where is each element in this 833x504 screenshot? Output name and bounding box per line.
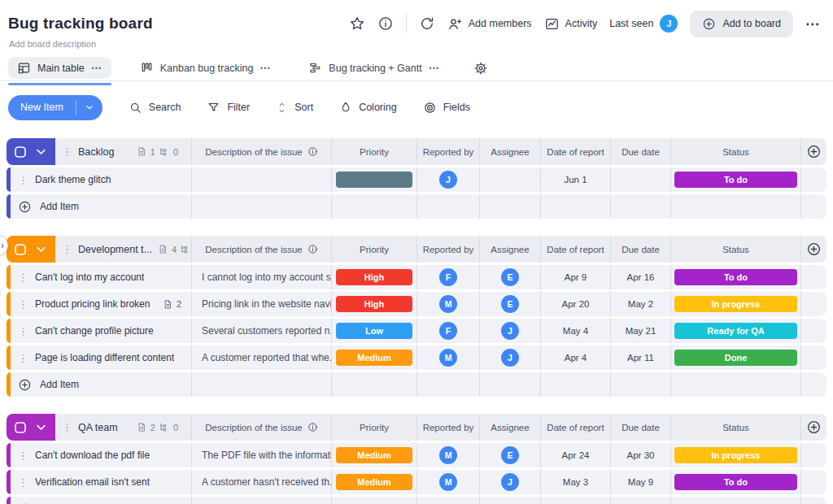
add-column-button[interactable] — [801, 138, 826, 165]
priority-label[interactable]: High — [336, 296, 412, 312]
reported-by-cell[interactable]: M — [417, 470, 480, 494]
drag-handle-icon[interactable]: ⋮ — [18, 175, 28, 185]
drag-handle-icon[interactable]: ⋮ — [18, 326, 28, 337]
due-date-cell[interactable]: May 21 — [611, 319, 671, 343]
item-description-cell[interactable] — [192, 167, 332, 192]
item-name-cell[interactable]: ⋮Dark theme glitch — [11, 167, 192, 192]
column-header-status[interactable]: Status — [671, 414, 801, 441]
assignee-cell[interactable]: J — [480, 319, 541, 343]
tab-gantt[interactable]: Bug tracking + Gantt ⋯ — [299, 57, 448, 79]
group-checkbox-icon[interactable] — [15, 244, 26, 255]
add-item-button[interactable]: Add Item — [11, 497, 192, 504]
status-label[interactable]: In progress — [674, 296, 797, 312]
column-header-due-date[interactable]: Due date — [611, 414, 671, 441]
priority-label[interactable]: Medium — [336, 447, 412, 463]
add-column-plus-icon[interactable] — [806, 419, 822, 435]
date-of-report-cell[interactable]: Apr 9 — [541, 265, 611, 289]
column-info-icon[interactable] — [307, 422, 318, 432]
due-date-cell[interactable] — [611, 167, 671, 192]
drag-handle-icon[interactable]: ⋮ — [18, 450, 28, 461]
avatar[interactable]: M — [439, 473, 457, 491]
date-of-report-cell[interactable]: Apr 4 — [541, 345, 611, 370]
date-of-report-cell[interactable]: May 4 — [541, 319, 611, 343]
priority-cell[interactable]: Medium — [332, 470, 417, 494]
priority-label[interactable] — [336, 172, 412, 188]
column-header-status[interactable]: Status — [671, 236, 801, 263]
avatar[interactable]: J — [439, 171, 457, 189]
status-label[interactable]: To do — [674, 172, 797, 188]
item-description-cell[interactable]: Pricing link in the website navi... — [192, 292, 332, 316]
avatar[interactable]: E — [501, 295, 519, 313]
group-checkbox-icon[interactable] — [15, 146, 26, 158]
priority-label[interactable]: High — [336, 269, 412, 285]
status-cell[interactable]: To do — [671, 265, 801, 289]
due-date-cell[interactable]: Apr 11 — [611, 345, 671, 370]
filter-button[interactable]: Filter — [207, 101, 250, 115]
group-name[interactable]: QA team — [78, 422, 118, 433]
add-to-board-button[interactable]: Add to board — [690, 11, 793, 37]
reported-by-cell[interactable]: M — [417, 292, 480, 316]
reported-by-cell[interactable]: M — [417, 443, 480, 467]
tab-menu-icon[interactable]: ⋯ — [259, 62, 271, 74]
favorite-star-icon[interactable] — [349, 15, 365, 32]
column-header-assignee[interactable]: Assignee — [480, 414, 541, 441]
priority-cell[interactable]: High — [332, 265, 417, 289]
priority-label[interactable]: Medium — [336, 474, 412, 490]
reported-by-cell[interactable]: J — [417, 167, 480, 192]
tab-main-table[interactable]: Main table ⋯ — [8, 57, 111, 79]
item-name[interactable]: Can't download the pdf file — [35, 450, 150, 461]
priority-cell[interactable]: High — [332, 292, 417, 316]
avatar[interactable]: J — [501, 322, 519, 340]
board-menu-button[interactable]: ⋯ — [805, 15, 820, 33]
drag-handle-icon[interactable]: ⋮ — [18, 353, 28, 363]
item-name[interactable]: Page is loading different content — [35, 352, 174, 363]
reported-by-cell[interactable]: F — [417, 265, 480, 289]
item-description-cell[interactable]: I cannot log into my account s... — [192, 265, 332, 289]
assignee-cell[interactable]: E — [480, 292, 541, 316]
new-item-caret-icon[interactable] — [76, 95, 102, 120]
item-file-count[interactable]: 2 — [163, 299, 191, 310]
priority-cell[interactable]: Medium — [332, 345, 417, 370]
group-title-cell[interactable]: ⋮QA team 20 — [55, 414, 192, 441]
status-label[interactable]: Ready for QA — [674, 323, 797, 339]
fields-button[interactable]: Fields — [423, 101, 470, 115]
status-label[interactable]: To do — [674, 269, 797, 285]
column-header-description[interactable]: Description of the issue — [192, 138, 332, 165]
activity-button[interactable]: Activity — [544, 16, 598, 32]
reported-by-cell[interactable]: F — [417, 319, 480, 343]
group-title-cell[interactable]: ⋮Backlog 10 — [55, 138, 192, 165]
item-name-cell[interactable]: ⋮Can't change profile picture — [11, 319, 192, 343]
drag-handle-icon[interactable]: ⋮ — [18, 299, 28, 310]
column-header-reported-by[interactable]: Reported by — [417, 414, 480, 441]
item-name-cell[interactable]: ⋮Page is loading different content — [11, 345, 192, 370]
date-of-report-cell[interactable]: Apr 20 — [541, 292, 611, 316]
item-name-cell[interactable]: ⋮Product pricing link broken2 — [11, 292, 192, 316]
due-date-cell[interactable]: May 2 — [611, 292, 671, 316]
add-members-button[interactable]: Add members — [447, 16, 532, 32]
column-header-priority[interactable]: Priority — [332, 414, 417, 441]
add-column-button[interactable] — [801, 236, 826, 263]
avatar[interactable]: J — [501, 349, 519, 367]
priority-label[interactable]: Low — [336, 323, 412, 339]
add-column-plus-icon[interactable] — [806, 144, 822, 159]
column-header-date-of-report[interactable]: Date of report — [541, 236, 611, 263]
item-name-cell[interactable]: ⋮Can't log into my account — [11, 265, 192, 289]
item-description-cell[interactable]: Several customers reported n... — [192, 319, 332, 343]
group-collapse-pill[interactable] — [7, 414, 55, 441]
info-icon[interactable] — [377, 15, 394, 32]
column-info-icon[interactable] — [307, 244, 318, 254]
add-item-button[interactable]: Add Item — [11, 372, 192, 397]
group-name[interactable]: Development t... — [78, 244, 152, 255]
column-info-icon[interactable] — [307, 146, 318, 157]
last-seen-avatar[interactable]: J — [660, 15, 678, 33]
due-date-cell[interactable]: Apr 16 — [611, 265, 671, 289]
column-header-assignee[interactable]: Assignee — [480, 138, 541, 165]
item-name-cell[interactable]: ⋮Can't download the pdf file — [11, 443, 192, 467]
column-header-status[interactable]: Status — [671, 138, 801, 165]
assignee-cell[interactable]: E — [480, 265, 541, 289]
group-collapse-pill[interactable] — [7, 138, 55, 165]
avatar[interactable]: M — [439, 295, 457, 313]
add-column-plus-icon[interactable] — [806, 241, 822, 257]
coloring-button[interactable]: Coloring — [339, 101, 397, 114]
group-collapse-chevron-icon[interactable] — [35, 421, 47, 433]
